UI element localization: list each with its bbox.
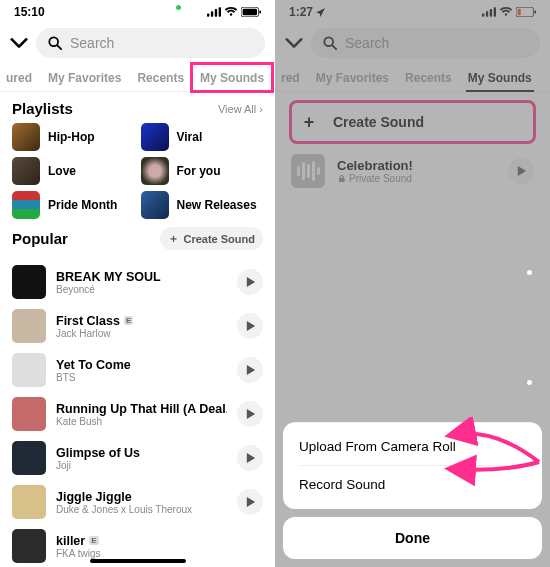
page-dot	[527, 380, 532, 385]
signal-icon	[207, 7, 221, 17]
song-row[interactable]: Yet To ComeBTS	[12, 348, 263, 392]
waveform-icon	[291, 154, 325, 188]
view-all-link[interactable]: View All ›	[218, 103, 263, 115]
popular-title: Popular	[12, 230, 68, 247]
song-row[interactable]: Running Up That Hill (A Deal...Kate Bush	[12, 392, 263, 436]
search-icon	[48, 36, 62, 50]
svg-rect-8	[482, 14, 484, 17]
chevron-down-icon[interactable]	[10, 33, 28, 54]
play-icon[interactable]	[237, 489, 263, 515]
status-time: 1:27	[289, 5, 325, 19]
explicit-badge: E	[89, 536, 98, 545]
tab-my-favorites[interactable]: My Favorites	[40, 64, 129, 91]
svg-rect-13	[518, 9, 521, 15]
chevron-down-icon[interactable]	[285, 33, 303, 54]
left-phone-screen: 15:10 Search ured My Favorites Recents M…	[0, 0, 275, 567]
search-input[interactable]: Search	[311, 28, 540, 58]
search-row: Search	[0, 22, 275, 64]
svg-rect-10	[490, 9, 492, 17]
status-time: 15:10	[14, 5, 45, 19]
svg-point-15	[324, 37, 333, 46]
status-icons	[207, 7, 261, 17]
svg-rect-0	[207, 14, 209, 17]
svg-rect-2	[215, 9, 217, 17]
play-icon[interactable]	[237, 357, 263, 383]
recording-indicator-dot	[176, 5, 181, 10]
create-sound-button[interactable]: ＋Create Sound	[160, 227, 263, 250]
explicit-badge: E	[124, 316, 133, 325]
done-button[interactable]: Done	[283, 517, 542, 559]
battery-icon	[241, 7, 261, 17]
location-icon	[316, 8, 325, 17]
search-placeholder: Search	[345, 35, 389, 51]
tab-my-sounds[interactable]: My Sounds	[192, 64, 272, 91]
songs-list: BREAK MY SOULBeyoncé First ClassEJack Ha…	[0, 258, 275, 567]
tabs-bar: ured My Favorites Recents My Sounds	[0, 64, 275, 92]
svg-point-7	[49, 37, 58, 46]
play-icon[interactable]	[237, 401, 263, 427]
svg-rect-9	[486, 11, 488, 16]
play-icon[interactable]	[237, 313, 263, 339]
playlists-title: Playlists	[12, 100, 73, 117]
sound-row[interactable]: Celebration! 🔒︎Private Sound	[275, 150, 550, 192]
playlist-item[interactable]: For you	[141, 157, 264, 185]
play-icon[interactable]	[237, 445, 263, 471]
status-bar: 1:27	[275, 0, 550, 22]
tab-recents[interactable]: Recents	[129, 64, 192, 91]
sound-subtitle: 🔒︎Private Sound	[337, 173, 496, 184]
song-row[interactable]: Glimpse of UsJoji	[12, 436, 263, 480]
tab-my-sounds[interactable]: My Sounds	[460, 64, 540, 91]
status-icons	[482, 7, 536, 17]
page-dot	[527, 270, 532, 275]
plus-icon: +	[299, 112, 319, 132]
tab-my-favorites[interactable]: My Favorites	[308, 64, 397, 91]
playlists-grid: Hip-Hop Viral Love For you Pride Month N…	[12, 123, 263, 219]
create-sound-button[interactable]: + Create Sound	[291, 102, 534, 142]
playlist-item[interactable]: Hip-Hop	[12, 123, 135, 151]
signal-icon	[482, 7, 496, 17]
status-bar: 15:10	[0, 0, 275, 22]
battery-low-icon	[516, 7, 536, 17]
right-phone-screen: 1:27 Search red My Favorites Recents My …	[275, 0, 550, 567]
tab-featured[interactable]: red	[281, 64, 308, 91]
lock-icon: 🔒︎	[337, 174, 346, 184]
home-indicator	[90, 559, 186, 563]
wifi-icon	[499, 7, 513, 17]
sound-title: Celebration!	[337, 158, 496, 173]
search-placeholder: Search	[70, 35, 114, 51]
song-row[interactable]: First ClassEJack Harlow	[12, 304, 263, 348]
song-row[interactable]: Jiggle JiggleDuke & Jones x Louis Therou…	[12, 480, 263, 524]
svg-rect-14	[534, 10, 536, 13]
svg-rect-11	[494, 7, 496, 16]
playlist-item[interactable]: Viral	[141, 123, 264, 151]
svg-rect-5	[243, 9, 257, 15]
tab-recents[interactable]: Recents	[397, 64, 460, 91]
tab-featured[interactable]: ured	[6, 64, 40, 91]
svg-rect-3	[219, 7, 221, 16]
svg-rect-6	[259, 10, 261, 13]
search-input[interactable]: Search	[36, 28, 265, 58]
play-icon[interactable]	[237, 269, 263, 295]
wifi-icon	[224, 7, 238, 17]
record-sound-button[interactable]: Record Sound	[299, 466, 526, 503]
song-row[interactable]: BREAK MY SOULBeyoncé	[12, 260, 263, 304]
playlists-section: Playlists View All › Hip-Hop Viral Love …	[0, 92, 275, 219]
svg-rect-1	[211, 11, 213, 16]
upload-from-camera-roll-button[interactable]: Upload From Camera Roll	[299, 428, 526, 466]
popular-section: Popular ＋Create Sound	[0, 219, 275, 258]
play-icon[interactable]	[508, 158, 534, 184]
create-sound-row: + Create Sound	[275, 92, 550, 150]
playlist-item[interactable]: Pride Month	[12, 191, 135, 219]
search-row: Search	[275, 22, 550, 64]
search-icon	[323, 36, 337, 50]
playlist-item[interactable]: Love	[12, 157, 135, 185]
action-sheet: Upload From Camera Roll Record Sound Don…	[275, 422, 550, 567]
tabs-bar: red My Favorites Recents My Sounds	[275, 64, 550, 92]
playlist-item[interactable]: New Releases	[141, 191, 264, 219]
